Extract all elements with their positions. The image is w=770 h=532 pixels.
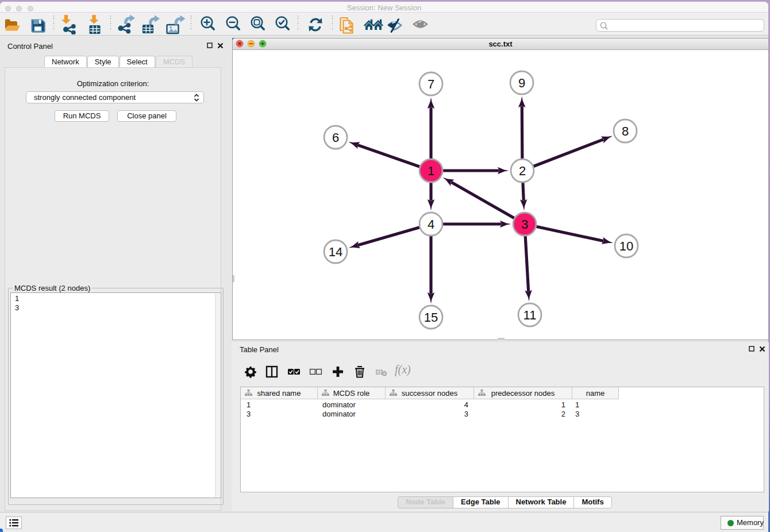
svg-text:2: 2 [519, 164, 526, 178]
svg-text:14: 14 [329, 245, 342, 259]
svg-text:6: 6 [332, 130, 339, 145]
svg-text:11: 11 [523, 308, 537, 322]
svg-text:7: 7 [428, 77, 434, 91]
svg-text:8: 8 [622, 124, 629, 138]
svg-text:9: 9 [518, 76, 525, 90]
svg-text:1: 1 [428, 164, 434, 178]
svg-text:15: 15 [424, 310, 438, 325]
svg-text:4: 4 [428, 217, 434, 232]
svg-text:3: 3 [521, 217, 528, 232]
svg-text:10: 10 [619, 239, 633, 253]
